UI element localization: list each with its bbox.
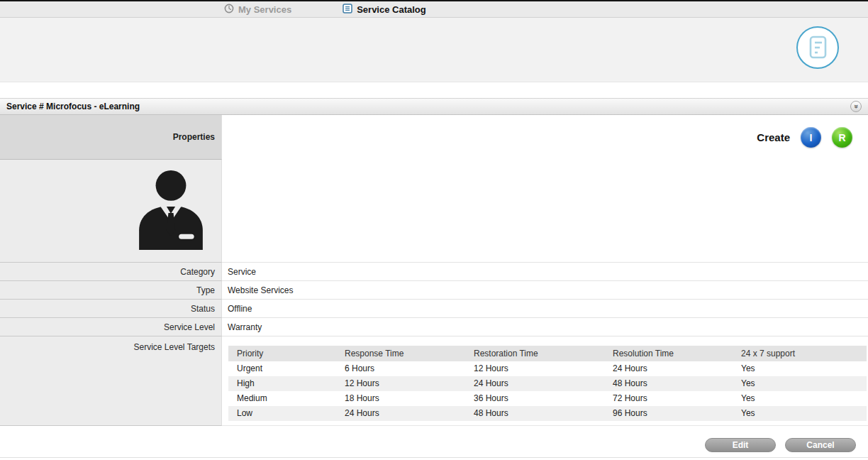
- cell: 6 Hours: [336, 361, 465, 376]
- table-row-urgent: Urgent 6 Hours 12 Hours 24 Hours Yes: [228, 361, 867, 376]
- table-row-high: High 12 Hours 24 Hours 48 Hours Yes: [228, 376, 867, 391]
- cell: 72 Hours: [604, 391, 733, 406]
- service-owner-avatar: [135, 166, 207, 256]
- col-24x7-support: 24 x 7 support: [733, 346, 867, 361]
- col-response-time: Response Time: [336, 346, 465, 361]
- edit-button[interactable]: Edit: [705, 438, 776, 452]
- col-restoration-time: Restoration Time: [465, 346, 604, 361]
- tab-my-services-label: My Services: [238, 4, 291, 15]
- cell: 36 Hours: [465, 391, 604, 406]
- toolbar-banner: [0, 18, 868, 82]
- service-details-panel: Properties Create I R Category Service: [0, 115, 868, 426]
- field-label-type: Type: [0, 281, 222, 300]
- cell: Yes: [733, 361, 867, 376]
- field-label-category: Category: [0, 263, 222, 281]
- service-level-targets-table: Priority Response Time Restoration Time …: [228, 346, 867, 421]
- cell: 48 Hours: [604, 376, 733, 391]
- service-title: Service # Microfocus - eLearning: [6, 102, 140, 111]
- cell: 24 Hours: [336, 406, 465, 421]
- footer-actions: Edit Cancel: [705, 438, 856, 452]
- create-request-button[interactable]: R: [832, 127, 852, 148]
- field-value-status: Offline: [222, 300, 868, 318]
- targets-header-row: Priority Response Time Restoration Time …: [228, 346, 867, 361]
- clock-icon: [224, 4, 234, 16]
- field-value-category: Service: [222, 263, 868, 281]
- cell: Low: [228, 406, 336, 421]
- cell: 12 Hours: [336, 376, 465, 391]
- page: My Services Service Catalog: [0, 0, 868, 460]
- service-section-header: Service # Microfocus - eLearning »: [0, 98, 868, 115]
- field-label-service-level: Service Level: [0, 318, 222, 336]
- service-level-targets-cell: Priority Response Time Restoration Time …: [222, 336, 868, 426]
- cancel-button[interactable]: Cancel: [785, 438, 856, 452]
- service-avatar-cell: [0, 160, 222, 263]
- cell: 24 Hours: [604, 361, 733, 376]
- col-priority: Priority: [228, 346, 336, 361]
- col-resolution-time: Resolution Time: [604, 346, 733, 361]
- service-catalog-badge-icon[interactable]: [796, 26, 840, 70]
- field-label-service-level-targets: Service Level Targets: [0, 336, 222, 426]
- tab-my-services[interactable]: My Services: [224, 4, 291, 16]
- catalog-icon: [343, 4, 352, 16]
- top-tab-bar: My Services Service Catalog: [0, 0, 868, 18]
- create-label: Create: [757, 131, 790, 143]
- cell: 18 Hours: [336, 391, 465, 406]
- tab-service-catalog[interactable]: Service Catalog: [343, 4, 426, 16]
- cell: Yes: [733, 391, 867, 406]
- bottom-divider: [0, 457, 868, 458]
- cell: 96 Hours: [604, 406, 733, 421]
- cell: 48 Hours: [465, 406, 604, 421]
- field-label-status: Status: [0, 300, 222, 318]
- tab-service-catalog-label: Service Catalog: [357, 4, 426, 15]
- collapse-section-button[interactable]: »: [850, 101, 862, 112]
- field-value-type: Website Services: [222, 281, 868, 300]
- cell: Yes: [733, 376, 867, 391]
- cell: 12 Hours: [465, 361, 604, 376]
- table-row-low: Low 24 Hours 48 Hours 96 Hours Yes: [228, 406, 867, 421]
- cell: Yes: [733, 406, 867, 421]
- create-actions: Create I R: [222, 115, 868, 160]
- field-value-service-level: Warranty: [222, 318, 868, 336]
- cell: Medium: [228, 391, 336, 406]
- table-row-medium: Medium 18 Hours 36 Hours 72 Hours Yes: [228, 391, 867, 406]
- cell: High: [228, 376, 336, 391]
- cell: Urgent: [228, 361, 336, 376]
- chevron-double-down-icon: »: [852, 104, 859, 109]
- avatar-row-spacer: [222, 160, 868, 263]
- properties-header: Properties: [0, 115, 222, 160]
- create-incident-button[interactable]: I: [801, 127, 821, 148]
- cell: 24 Hours: [465, 376, 604, 391]
